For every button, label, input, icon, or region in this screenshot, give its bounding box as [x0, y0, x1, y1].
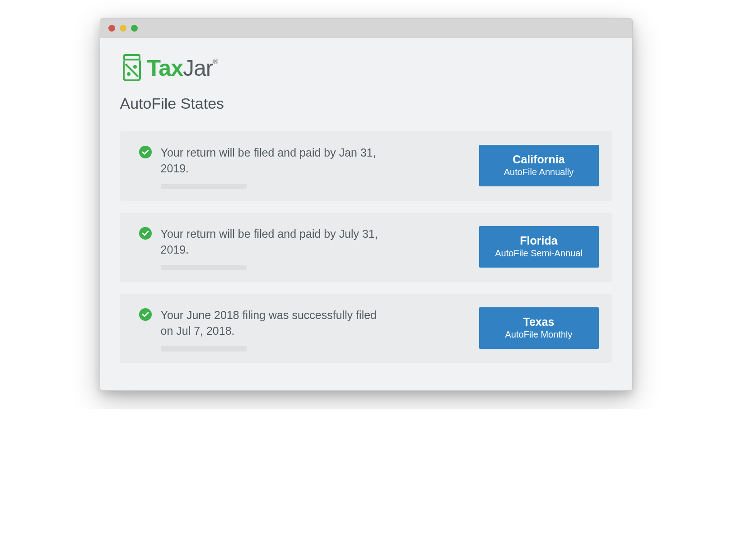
placeholder-bar [161, 184, 247, 189]
card-status-area: Your return will be filed and paid by Ja… [139, 145, 479, 189]
state-frequency: AutoFile Monthly [485, 329, 593, 340]
maximize-window-button[interactable] [131, 25, 138, 32]
close-window-button[interactable] [108, 25, 115, 32]
placeholder-bar [161, 346, 247, 352]
check-circle-icon [139, 308, 152, 321]
brand-name-part2: Jar [183, 56, 213, 81]
jar-icon [120, 54, 144, 82]
state-name: Texas [485, 315, 593, 329]
state-card: Your return will be filed and paid by Ju… [120, 213, 612, 282]
status-message: Your June 2018 filing was successfully f… [161, 307, 387, 339]
check-circle-icon [139, 146, 152, 158]
state-card: Your return will be filed and paid by Ja… [120, 131, 612, 201]
app-window: TaxJar® AutoFile States Your return will… [100, 18, 633, 391]
brand-name-part1: Tax [147, 56, 183, 81]
status-message: Your return will be filed and paid by Ja… [161, 145, 387, 176]
state-name: Florida [485, 234, 593, 247]
check-circle-icon [139, 227, 152, 240]
window-content: TaxJar® AutoFile States Your return will… [100, 38, 632, 390]
svg-rect-0 [124, 55, 140, 60]
card-status-area: Your June 2018 filing was successfully f… [139, 307, 479, 352]
state-frequency: AutoFile Semi-Annual [485, 248, 593, 259]
status-message: Your return will be filed and paid by Ju… [161, 226, 387, 258]
svg-point-3 [133, 65, 137, 69]
state-chip[interactable]: Texas AutoFile Monthly [479, 307, 599, 349]
state-name: California [485, 153, 593, 166]
brand-name: TaxJar® [147, 55, 218, 81]
brand-logo: TaxJar® [120, 54, 612, 82]
state-card: Your June 2018 filing was successfully f… [120, 294, 612, 363]
state-frequency: AutoFile Annually [485, 167, 593, 177]
card-status-area: Your return will be filed and paid by Ju… [139, 226, 479, 270]
page-title: AutoFile States [120, 95, 612, 112]
state-chip[interactable]: California AutoFile Annually [479, 145, 599, 186]
window-titlebar [100, 19, 632, 38]
minimize-window-button[interactable] [120, 25, 126, 32]
brand-registered-mark: ® [213, 58, 218, 65]
placeholder-bar [161, 265, 247, 270]
state-chip[interactable]: Florida AutoFile Semi-Annual [479, 226, 599, 268]
svg-point-2 [127, 72, 131, 76]
